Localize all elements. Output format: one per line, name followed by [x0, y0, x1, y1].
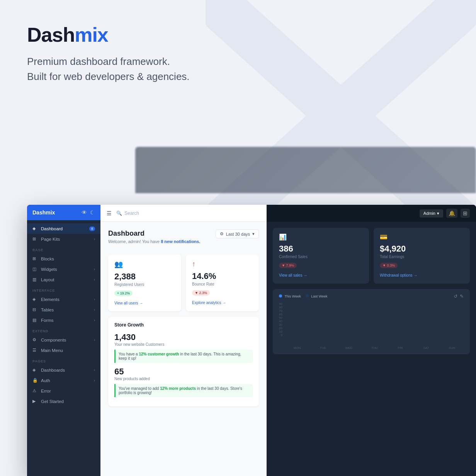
chart-header: This Week Last Week ↺ ✎ — [279, 294, 464, 299]
dark-stat-link-earnings[interactable]: Withdrawal options → — [380, 273, 417, 277]
sidebar-item-forms[interactable]: ▤ Forms › — [27, 315, 100, 325]
stat-card-users: 👥 2,388 Registered Users + 19.2% View al… — [108, 255, 181, 311]
date-filter-button[interactable]: ⚙ Last 30 days ▾ — [216, 230, 259, 238]
dark-stat-link-sales[interactable]: View all sales → — [279, 273, 307, 277]
sidebar-item-mainmenu[interactable]: ☰ Main Menu — [27, 345, 100, 355]
sidebar-item-tables[interactable]: ⊟ Tables › — [27, 304, 100, 315]
search-bar: 🔍 Search — [116, 211, 139, 216]
base-section-label: BASE — [27, 244, 100, 253]
sidebar-item-widgets[interactable]: ◫ Widgets › — [27, 264, 100, 274]
products-label: New products added — [114, 377, 253, 381]
sidebar-item-label: Dashboards — [41, 368, 65, 372]
growth-card: Store Growth 1,430 Your new website Cust… — [108, 317, 259, 406]
chart-body: 90 80 70 60 50 40 30 20 10 0 — [279, 302, 464, 350]
sidebar-item-label: Main Menu — [41, 348, 63, 353]
widgets-icon: ◫ — [32, 267, 38, 272]
sidebar-item-dashboards[interactable]: ◈ Dashboards › — [27, 365, 100, 375]
sidebar-item-components[interactable]: ⚙ Components › — [27, 335, 100, 345]
sidebar-item-pagekits[interactable]: ⊞ Page Kits › — [27, 234, 100, 244]
dashboard-icon: ◈ — [32, 226, 38, 231]
stat-label-users: Registered Users — [114, 282, 175, 287]
sidebar-item-label: Forms — [41, 318, 54, 323]
dark-stat-label-earnings: Total Earnings — [380, 255, 464, 259]
auth-icon: 🔒 — [32, 378, 38, 383]
growth-title: Store Growth — [114, 322, 253, 328]
moon-icon[interactable]: ☾ — [90, 209, 95, 216]
sidebar-item-dashboard[interactable]: ◈ Dashboard 8 — [27, 223, 100, 234]
customers-label: Your new website Customers — [114, 342, 253, 347]
blocks-icon: ⊞ — [32, 256, 38, 261]
eye-icon[interactable]: 👁 — [82, 209, 87, 216]
elements-icon: ◈ — [32, 297, 38, 302]
brand-logo: Dashmix — [27, 23, 449, 46]
customers-desc: You have a 12% customer growth in the la… — [114, 350, 253, 363]
dark-stat-card-earnings: 💳 $4,920 Total Earnings ▼ 0.3% Withdrawa… — [374, 228, 470, 284]
x-label: FRI — [389, 346, 412, 350]
customers-value: 1,430 — [114, 332, 253, 342]
dark-stat-label-sales: Confirmed Sales — [279, 255, 363, 259]
filter-label: Last 30 days — [226, 232, 250, 236]
search-label[interactable]: Search — [124, 211, 139, 216]
stat-card-bounce: ↑ 14.6% Bounce Rate ▼ 2.3% Explore analy… — [186, 255, 259, 311]
sidebar-item-blocks[interactable]: ⊞ Blocks — [27, 253, 100, 264]
sidebar-item-elements[interactable]: ◈ Elements › — [27, 294, 100, 304]
stat-badge-bounce: ▼ 2.3% — [192, 290, 210, 296]
chevron-down-icon: ▾ — [437, 211, 439, 216]
topbar-left: ☰ 🔍 Search — [100, 205, 267, 222]
sidebar-item-label: Widgets — [41, 267, 57, 272]
admin-dropdown[interactable]: Admin ▾ — [420, 209, 443, 218]
chart-legend: This Week Last Week — [279, 294, 328, 298]
thisweek-dot — [279, 294, 282, 298]
sidebar-item-label: Get Started — [41, 399, 64, 404]
hero-section: Dashmix Premium dashboard framework. Bui… — [0, 0, 476, 100]
chevron-down-icon: ▾ — [252, 231, 255, 236]
edit-icon[interactable]: ✎ — [460, 294, 464, 299]
dashboard-mockup: Dashmix 👁 ☾ ◈ Dashboard 8 ⊞ Page Kits — [27, 205, 476, 476]
hamburger-icon[interactable]: ☰ — [107, 210, 112, 216]
main-content: Dashboard Welcome, admin! You have 8 new… — [100, 222, 267, 476]
dashboards-icon: ◈ — [32, 367, 38, 372]
dashboard-badge: 8 — [89, 226, 95, 231]
users-icon: 👥 — [114, 260, 175, 269]
products-desc: You've managed to add 12% more products … — [114, 384, 253, 397]
pages-section-label: PAGES — [27, 355, 100, 365]
sales-icon: 📊 — [279, 233, 363, 241]
sidebar-item-auth[interactable]: 🔒 Auth › — [27, 375, 100, 386]
page-title: Dashboard — [108, 230, 200, 238]
gear-icon: ⚙ — [220, 231, 224, 236]
dark-stat-value-sales: 386 — [279, 244, 363, 254]
tagline-line1: Premium dashboard framework. — [27, 54, 449, 69]
extend-section-label: EXTEND — [27, 325, 100, 335]
dark-stats-grid: 📊 386 Confirmed Sales ▼ 7.9% View all sa… — [273, 228, 470, 284]
dark-stat-value-earnings: $4,920 — [380, 244, 464, 254]
dark-stat-badge-earnings: ▼ 0.3% — [380, 263, 398, 268]
sidebar-item-getstarted[interactable]: ▶ Get Started — [27, 396, 100, 406]
stat-link-users[interactable]: View all users → — [114, 301, 143, 305]
notification-link[interactable]: 8 new notifications. — [161, 239, 200, 244]
right-topbar: Admin ▾ 🔔 ⊞ — [267, 205, 476, 222]
stats-grid: 👥 2,388 Registered Users + 19.2% View al… — [108, 255, 259, 311]
blurred-preview — [135, 147, 476, 193]
dark-stat-card-sales: 📊 386 Confirmed Sales ▼ 7.9% View all sa… — [273, 228, 369, 284]
interface-section-label: INTERFACE — [27, 285, 100, 294]
sidebar-logo: Dashmix — [32, 209, 55, 216]
right-content: 📊 386 Confirmed Sales ▼ 7.9% View all sa… — [267, 222, 476, 476]
sidebar-item-label: Tables — [41, 308, 54, 312]
stat-link-bounce[interactable]: Explore analytics → — [192, 301, 226, 305]
stat-value-bounce: 14.6% — [192, 271, 253, 281]
chart-card: This Week Last Week ↺ ✎ 90 — [273, 289, 470, 354]
grid-icon[interactable]: ⊞ — [461, 209, 470, 218]
sidebar-item-error[interactable]: ⚠ Error — [27, 386, 100, 396]
chart-controls: ↺ ✎ — [454, 294, 464, 299]
sidebar-item-layout[interactable]: ▥ Layout › — [27, 274, 100, 285]
legend-lastweek: Last Week — [306, 294, 328, 298]
sidebar-item-label: Page Kits — [41, 237, 60, 241]
logo-black-text: Dash — [27, 24, 75, 46]
bell-icon[interactable]: 🔔 — [446, 209, 457, 218]
x-label: SUN — [440, 346, 464, 350]
page-subtitle: Welcome, admin! You have 8 new notificat… — [108, 239, 200, 244]
x-label: THU — [363, 346, 386, 350]
refresh-icon[interactable]: ↺ — [454, 294, 457, 299]
sidebar-item-label: Elements — [41, 297, 60, 302]
getstarted-icon: ▶ — [32, 399, 38, 404]
